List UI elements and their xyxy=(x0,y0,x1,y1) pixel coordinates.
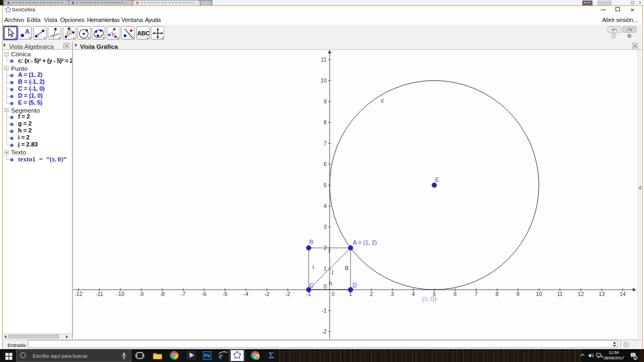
svg-text:B: B xyxy=(309,239,313,245)
svg-text:h: h xyxy=(329,279,333,287)
svg-text:0: 0 xyxy=(324,284,327,290)
svg-text:-2: -2 xyxy=(286,291,290,297)
svg-text:c: c xyxy=(381,97,384,104)
svg-text:7: 7 xyxy=(475,291,478,297)
svg-text:-1: -1 xyxy=(322,308,327,314)
svg-text:2: 2 xyxy=(370,291,374,297)
svg-text:3: 3 xyxy=(391,291,394,297)
svg-text:g: g xyxy=(345,263,349,271)
svg-text:-3: -3 xyxy=(265,291,269,297)
svg-text:j: j xyxy=(331,268,333,275)
svg-text:-8: -8 xyxy=(160,291,165,297)
svg-text:i: i xyxy=(313,263,314,271)
svg-text:-4: -4 xyxy=(244,291,248,297)
svg-text:-6: -6 xyxy=(202,291,207,297)
svg-text:(r, 0): (r, 0) xyxy=(422,295,437,304)
svg-text:6: 6 xyxy=(454,291,457,297)
svg-text:10: 10 xyxy=(536,291,543,297)
svg-text:1: 1 xyxy=(324,266,327,272)
svg-text:-2: -2 xyxy=(322,329,327,335)
svg-text:8: 8 xyxy=(324,120,327,125)
svg-text:4: 4 xyxy=(412,291,415,297)
svg-text:0: 0 xyxy=(332,291,335,297)
svg-text:-12: -12 xyxy=(75,291,83,297)
svg-text:-10: -10 xyxy=(116,291,125,297)
svg-text:8: 8 xyxy=(496,291,499,297)
svg-text:14: 14 xyxy=(620,291,626,297)
svg-text:4: 4 xyxy=(324,203,327,209)
svg-text:11: 11 xyxy=(321,57,327,63)
svg-text:-9: -9 xyxy=(139,291,144,297)
svg-text:3: 3 xyxy=(324,224,327,230)
svg-text:6: 6 xyxy=(324,161,327,167)
svg-text:9: 9 xyxy=(517,291,520,297)
svg-text:-11: -11 xyxy=(96,291,104,297)
svg-text:9: 9 xyxy=(324,99,327,105)
svg-text:11: 11 xyxy=(557,291,563,297)
svg-text:α: α xyxy=(113,31,116,36)
svg-text:7: 7 xyxy=(324,141,327,146)
svg-text:5: 5 xyxy=(324,182,327,188)
svg-text:-5: -5 xyxy=(223,291,228,297)
svg-text:C: C xyxy=(309,282,313,289)
svg-text:10: 10 xyxy=(321,78,327,84)
svg-text:-7: -7 xyxy=(181,291,186,297)
svg-text:f: f xyxy=(328,247,331,255)
svg-text:ABC: ABC xyxy=(137,30,149,36)
svg-text:A: A xyxy=(25,28,30,35)
svg-text:E: E xyxy=(435,176,440,183)
svg-text:A = (1, 2): A = (1, 2) xyxy=(353,239,377,246)
svg-text:12: 12 xyxy=(578,291,584,297)
svg-text:13: 13 xyxy=(599,291,605,297)
svg-text:D: D xyxy=(353,282,357,289)
